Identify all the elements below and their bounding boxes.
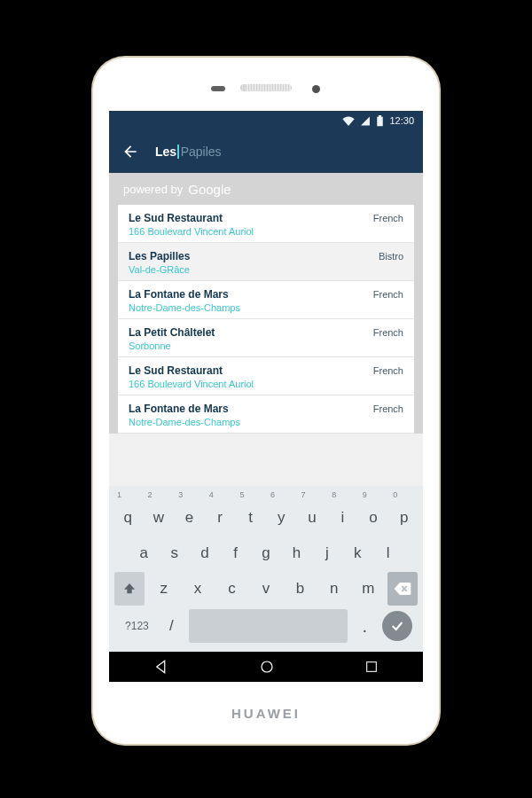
keyboard-row-2: asdfghjkl [114, 536, 418, 570]
key-c[interactable]: c [216, 572, 246, 606]
results-list[interactable]: Le Sud RestaurantFrench166 Boulevard Vin… [109, 205, 423, 434]
key-x[interactable]: x [183, 572, 213, 606]
digit-hint: 7 [297, 489, 328, 499]
nav-recent-icon[interactable] [364, 660, 379, 674]
key-b[interactable]: b [285, 572, 315, 606]
search-input[interactable]: Les Papiles [155, 145, 222, 159]
result-tag: Bistro [379, 251, 403, 262]
result-row[interactable]: La Petit ChâlteletFrenchSorbonne [118, 319, 414, 357]
result-tag: French [373, 213, 403, 223]
status-bar: 12:30 [109, 111, 423, 130]
key-n[interactable]: n [319, 572, 349, 606]
digit-hint: 4 [205, 489, 236, 499]
result-row[interactable]: La Fontane de MarsFrenchNotre-Dame-des-C… [118, 395, 414, 434]
digit-hint: 3 [174, 489, 205, 499]
google-logo-text: Google [188, 182, 231, 197]
digit-hint: 8 [327, 489, 358, 499]
stage: 12:30 Les Papiles powered by Google Le S… [0, 0, 532, 798]
key-h[interactable]: h [283, 536, 309, 570]
nav-back-icon[interactable] [153, 659, 169, 675]
digit-hint: 2 [144, 489, 175, 499]
key-t[interactable]: t [237, 501, 264, 535]
result-tag: French [373, 403, 403, 414]
result-tag: French [373, 289, 403, 300]
backspace-icon [394, 583, 411, 595]
search-header: Les Papiles [109, 130, 423, 173]
result-name: La Petit Châltelet [129, 326, 215, 339]
key-a[interactable]: a [130, 536, 157, 570]
keyboard-row-1: qwertyuiop [114, 501, 418, 535]
key-j[interactable]: j [314, 536, 340, 570]
svg-rect-1 [366, 662, 376, 672]
key-u[interactable]: u [299, 501, 326, 535]
check-icon [390, 619, 404, 633]
digit-hint: 9 [358, 489, 389, 499]
key-s[interactable]: s [160, 536, 187, 570]
search-typed-text: Les [155, 145, 176, 159]
keyboard-row-3: zxcvbnm [114, 572, 418, 606]
key-e[interactable]: e [176, 501, 203, 535]
phone-top [93, 58, 439, 111]
cell-signal-icon [360, 116, 371, 126]
slash-key[interactable]: / [161, 617, 182, 635]
shift-key[interactable] [114, 572, 145, 606]
result-subtitle: 166 Boulevard Vincent Auriol [129, 379, 403, 389]
key-y[interactable]: y [268, 501, 295, 535]
earpiece [240, 84, 292, 91]
key-f[interactable]: f [222, 536, 248, 570]
key-q[interactable]: q [114, 501, 142, 535]
key-d[interactable]: d [192, 536, 218, 570]
battery-icon [376, 115, 384, 127]
search-autocomplete-hint: Papiles [181, 145, 222, 159]
shift-icon [122, 582, 137, 596]
period-key[interactable]: . [355, 616, 375, 637]
front-camera [312, 85, 320, 93]
powered-by-label: powered by [123, 183, 183, 196]
result-subtitle: Notre-Dame-des-Champs [129, 417, 403, 427]
result-name: La Fontane de Mars [129, 288, 229, 301]
key-i[interactable]: i [329, 501, 356, 535]
wifi-icon [342, 116, 355, 126]
result-subtitle: Notre-Dame-des-Champs [129, 302, 403, 313]
result-name: Le Sud Restaurant [129, 364, 223, 377]
svg-point-0 [262, 661, 272, 672]
digit-hint: 1 [113, 489, 144, 499]
digit-hint: 0 [388, 489, 419, 499]
result-row[interactable]: Les PapillesBistroVal-de-GRâce [118, 243, 414, 281]
symbols-key[interactable]: ?123 [120, 620, 154, 632]
keyboard-digit-hints: 1234567890 [113, 489, 419, 499]
result-tag: French [373, 365, 403, 376]
result-row[interactable]: Le Sud RestaurantFrench166 Boulevard Vin… [118, 205, 414, 243]
key-p[interactable]: p [390, 501, 418, 535]
key-r[interactable]: r [207, 501, 234, 535]
key-m[interactable]: m [353, 572, 383, 606]
result-row[interactable]: Le Sud RestaurantFrench166 Boulevard Vin… [118, 357, 414, 395]
key-l[interactable]: l [375, 536, 402, 570]
key-g[interactable]: g [253, 536, 279, 570]
key-z[interactable]: z [148, 572, 178, 606]
result-subtitle: Sorbonne [129, 340, 403, 351]
device-brand: HUAWEI [93, 682, 439, 744]
spacebar-key[interactable] [189, 609, 348, 643]
screen: 12:30 Les Papiles powered by Google Le S… [109, 111, 423, 682]
result-name: La Fontane de Mars [129, 403, 229, 415]
proximity-sensor [211, 86, 225, 91]
backspace-key[interactable] [387, 572, 418, 606]
result-subtitle: Val-de-GRâce [129, 264, 403, 275]
result-name: Les Papilles [129, 250, 190, 262]
on-screen-keyboard: 1234567890 qwertyuiop asdfghjkl zxcvbnm … [109, 486, 423, 652]
result-name: Le Sud Restaurant [129, 212, 223, 224]
result-tag: French [373, 327, 403, 338]
enter-key[interactable] [382, 611, 412, 641]
result-subtitle: 166 Boulevard Vincent Auriol [129, 226, 403, 237]
powered-by-bar: powered by Google [109, 173, 423, 205]
key-k[interactable]: k [344, 536, 371, 570]
key-o[interactable]: o [360, 501, 387, 535]
back-arrow-icon[interactable] [121, 143, 139, 160]
key-w[interactable]: w [145, 501, 173, 535]
key-v[interactable]: v [251, 572, 281, 606]
clock: 12:30 [389, 115, 414, 126]
keyboard-row-bottom: ?123 / . [114, 607, 418, 645]
nav-home-icon[interactable] [259, 659, 275, 675]
result-row[interactable]: La Fontane de MarsFrenchNotre-Dame-des-C… [118, 281, 414, 319]
